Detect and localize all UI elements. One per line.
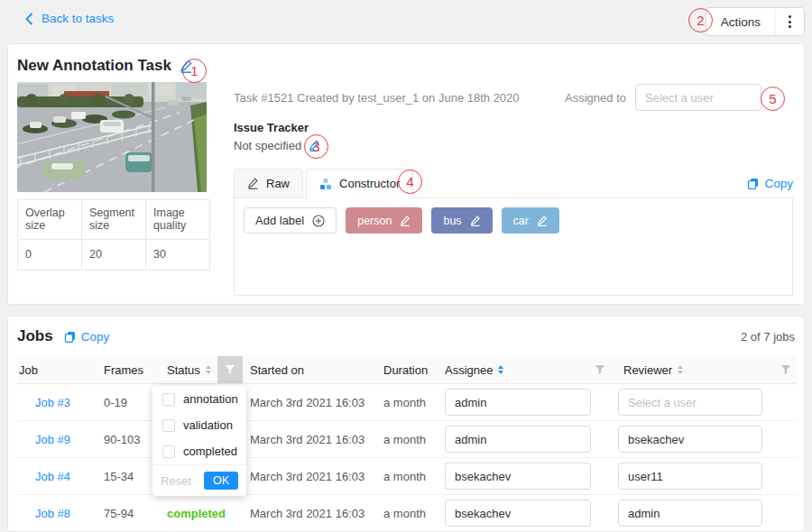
issue-tracker-value: Not specified — [234, 139, 301, 152]
jobs-table-header: Job Frames Status Started on Duration As… — [17, 356, 797, 384]
label-chip-car-name: car — [513, 215, 529, 227]
copy-labels-label: Copy — [764, 177, 793, 190]
param-value-segment: 20 — [82, 240, 146, 271]
add-label-text: Add label — [255, 214, 304, 227]
checkbox-annotation[interactable] — [162, 393, 175, 406]
back-to-tasks-label: Back to tasks — [42, 12, 114, 25]
filter-ok-button[interactable]: OK — [204, 472, 238, 490]
job-reviewer-select[interactable] — [618, 500, 762, 527]
build-blocks-icon — [319, 178, 332, 190]
actions-more-button[interactable] — [775, 8, 804, 35]
job-reviewer-select[interactable] — [618, 389, 762, 416]
reviewer-sort-icon[interactable] — [678, 365, 683, 374]
task-meta-text: Task #1521 Created by test_user_1 on Jun… — [234, 91, 520, 105]
job-started: March 3rd 2021 16:03 — [243, 507, 383, 520]
back-to-tasks-link[interactable]: Back to tasks — [25, 12, 114, 25]
label-chip-bus-name: bus — [443, 215, 461, 227]
actions-button[interactable]: Actions — [706, 8, 775, 35]
job-link[interactable]: Job #4 — [17, 470, 104, 483]
status-sort-icon[interactable] — [206, 365, 211, 374]
copy-jobs-link[interactable]: Copy — [64, 330, 110, 344]
column-header-started: Started on — [243, 356, 383, 383]
assignee-sort-icon[interactable] — [498, 365, 503, 374]
param-value-overlap: 0 — [18, 240, 82, 271]
jobs-table: Job Frames Status Started on Duration As… — [17, 356, 797, 532]
param-header-quality: Image quality — [146, 200, 210, 240]
job-row-9: Job #9 90-103 March 3rd 2021 16:03 a mon… — [17, 421, 797, 458]
task-preview-image — [17, 82, 207, 192]
edit-label-icon[interactable] — [400, 216, 411, 226]
kebab-icon — [789, 15, 791, 28]
jobs-count: 2 of 7 jobs — [741, 330, 795, 344]
job-started: March 3rd 2021 16:03 — [243, 470, 383, 483]
labels-tabs-bar: Raw Constructor Copy — [234, 169, 793, 198]
status-filter-dropdown: annotation validation completed Reset OK — [152, 386, 246, 496]
param-value-quality: 30 — [146, 240, 210, 271]
filter-option-completed[interactable]: completed — [152, 438, 246, 464]
task-parameters-table: Overlap size Segment size Image quality … — [17, 199, 210, 271]
job-duration: a month — [383, 507, 438, 520]
label-chip-bus[interactable]: bus — [431, 207, 492, 234]
label-constructor-panel: Add label person bus car — [234, 198, 793, 296]
job-row-4: Job #4 15-34 March 3rd 2021 16:03 a mont… — [17, 458, 797, 495]
job-reviewer-select[interactable] — [618, 463, 762, 490]
funnel-icon — [595, 364, 605, 375]
job-link[interactable]: Job #8 — [17, 507, 104, 520]
label-chip-person[interactable]: person — [346, 207, 422, 234]
task-title: New Annotation Task — [17, 57, 171, 75]
reviewer-filter-button[interactable] — [775, 356, 797, 383]
filter-option-validation[interactable]: validation — [152, 412, 246, 438]
edit-label-icon[interactable] — [537, 216, 548, 226]
label-chip-car[interactable]: car — [502, 207, 559, 234]
funnel-icon — [225, 364, 235, 375]
job-assignee-select[interactable] — [445, 463, 591, 490]
callout-1: 1 — [182, 59, 207, 83]
edit-label-icon[interactable] — [470, 216, 481, 226]
param-header-segment: Segment size — [82, 200, 146, 240]
callout-4: 4 — [398, 170, 422, 194]
job-assignee-select[interactable] — [445, 500, 591, 527]
job-link[interactable]: Job #3 — [17, 396, 104, 409]
column-header-frames: Frames — [104, 356, 167, 383]
plus-circle-icon — [312, 215, 325, 227]
column-header-assignee[interactable]: Assignee — [438, 356, 589, 383]
issue-tracker-label: Issue Tracker — [234, 121, 320, 134]
task-assignee-select[interactable] — [635, 84, 761, 111]
filter-option-annotation[interactable]: annotation — [152, 386, 246, 412]
job-started: March 3rd 2021 16:03 — [243, 433, 383, 446]
job-assignee-select[interactable] — [445, 426, 591, 453]
filter-reset-button[interactable]: Reset — [161, 474, 191, 488]
tab-raw-label: Raw — [266, 177, 290, 190]
callout-3: 3 — [304, 134, 328, 159]
status-filter-button[interactable] — [217, 356, 243, 383]
column-header-job: Job — [17, 356, 104, 383]
column-header-status[interactable]: Status — [167, 356, 217, 383]
checkbox-completed[interactable] — [162, 445, 175, 458]
checkbox-validation[interactable] — [162, 419, 175, 432]
job-row-3: Job #3 0-19 March 3rd 2021 16:03 a month — [17, 384, 797, 421]
job-reviewer-select[interactable] — [618, 426, 762, 453]
callout-5: 5 — [761, 87, 785, 111]
copy-labels-link[interactable]: Copy — [747, 177, 793, 190]
job-assignee-select[interactable] — [445, 389, 591, 416]
tab-constructor-label: Constructor — [339, 177, 400, 190]
copy-jobs-label: Copy — [81, 330, 110, 344]
assignee-filter-button[interactable] — [589, 356, 611, 383]
job-started: March 3rd 2021 16:03 — [243, 396, 383, 409]
job-status-completed: completed ? — [167, 507, 217, 520]
pencil-icon — [247, 178, 259, 189]
copy-icon — [64, 331, 76, 343]
cvat-task-page: { "topbar": { "back": "Back to tasks", "… — [0, 0, 812, 532]
actions-dropdown-button[interactable]: Actions — [706, 7, 805, 36]
job-row-8: Job #8 75-94 completed ? March 3rd 2021 … — [17, 495, 797, 532]
label-chip-person-name: person — [357, 215, 392, 227]
add-label-button[interactable]: Add label — [244, 207, 337, 234]
tab-raw[interactable]: Raw — [234, 169, 303, 197]
copy-icon — [747, 178, 759, 189]
column-header-reviewer[interactable]: Reviewer — [611, 356, 775, 383]
job-duration: a month — [383, 396, 438, 409]
job-link[interactable]: Job #9 — [17, 433, 104, 446]
job-duration: a month — [383, 470, 438, 483]
chevron-left-icon — [25, 13, 33, 25]
callout-2: 2 — [688, 8, 713, 32]
